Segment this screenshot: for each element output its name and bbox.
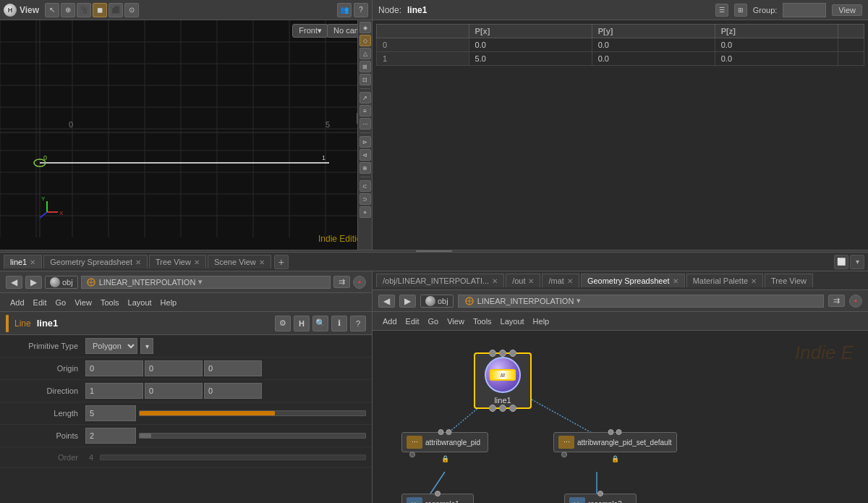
ng-back-arrow[interactable]: ◀	[378, 295, 395, 308]
close-tab-4[interactable]: ✕	[751, 277, 757, 285]
side-tool-12[interactable]: ⊂	[359, 180, 371, 192]
ng-forward-arrow[interactable]: ▶	[399, 295, 416, 308]
render-icon[interactable]: ◼	[93, 3, 107, 17]
side-tool-7[interactable]: ≡	[359, 105, 371, 117]
length-input[interactable]	[85, 405, 136, 421]
origin-x-input[interactable]	[85, 360, 143, 376]
menu-layout[interactable]: Layout	[124, 297, 156, 308]
tab-close-scene[interactable]: ✕	[259, 258, 265, 266]
side-tool-14[interactable]: ⋄	[359, 206, 371, 218]
ng-menu-help[interactable]: Help	[529, 316, 554, 327]
tab-close-line1[interactable]: ✕	[30, 258, 35, 266]
node-h-icon[interactable]: H	[294, 316, 310, 331]
ss-icon-2[interactable]: ⊞	[734, 4, 747, 17]
side-tool-1[interactable]: ◈	[359, 22, 371, 33]
node-help2-icon[interactable]: ?	[350, 316, 366, 331]
close-tab-2[interactable]: ✕	[567, 277, 573, 285]
people-icon[interactable]: 👥	[337, 3, 352, 17]
table-row: 1 5.0 0.0 0.0	[377, 52, 864, 66]
node-attribwrangle-pid-set-default[interactable]: ⋯ attribwrangle_pid_set_default 🔒	[553, 432, 677, 452]
points-input[interactable]	[85, 428, 136, 444]
prop-label-direction: Direction	[6, 386, 85, 395]
close-tab-0[interactable]: ✕	[492, 277, 498, 285]
tab-geom-spreadsheet[interactable]: Geometry Spreadsheet ✕	[43, 255, 148, 269]
ss-icon-1[interactable]: ☰	[715, 4, 728, 17]
side-tool-8[interactable]: ⋯	[359, 118, 371, 130]
tab-close-geom[interactable]: ✕	[135, 258, 141, 266]
forward-arrow[interactable]: ▶	[25, 276, 42, 289]
side-tool-13[interactable]: ⊃	[359, 193, 371, 205]
ng-record-btn[interactable]: ●	[849, 295, 862, 308]
cell-py-1: 0.0	[592, 52, 715, 66]
ng-menu-add[interactable]: Add	[378, 316, 401, 327]
ng-menu-edit[interactable]: Edit	[401, 316, 424, 327]
help-icon[interactable]: ?	[354, 3, 368, 17]
node-line1[interactable]: /// line1	[474, 352, 532, 409]
transform-icon[interactable]: ⊕	[61, 3, 75, 17]
origin-z-input[interactable]	[204, 360, 262, 376]
side-tool-2[interactable]: ◇	[359, 35, 371, 46]
camera-icon[interactable]: 🎥	[77, 3, 91, 17]
front-button[interactable]: Front▾	[292, 24, 328, 38]
maximize-btn[interactable]: ⬜	[834, 255, 848, 269]
side-tool-9[interactable]: ⊳	[359, 136, 371, 148]
side-tool-5[interactable]: ⊡	[359, 74, 371, 85]
node-resample2[interactable]: ≈≈ resample2	[564, 494, 637, 503]
tab-scene-view[interactable]: Scene View ✕	[208, 255, 271, 269]
node-gear-icon[interactable]: ⚙	[275, 316, 291, 331]
side-tool-4[interactable]: ⊞	[359, 61, 371, 72]
tab-material-palette[interactable]: Material Palette ✕	[686, 274, 763, 287]
tab-line1[interactable]: line1 ✕	[4, 255, 42, 269]
close-tab-3[interactable]: ✕	[673, 277, 678, 285]
ng-menu-layout[interactable]: Layout	[496, 316, 529, 327]
ng-menu-tools[interactable]: Tools	[469, 316, 496, 327]
node-search-icon[interactable]: 🔍	[312, 316, 328, 331]
node-attribwrangle-pid[interactable]: ⋯ attribwrangle_pid 🔒	[401, 432, 488, 452]
close-tab-1[interactable]: ✕	[528, 277, 534, 285]
origin-y-input[interactable]	[145, 360, 203, 376]
menu-tools[interactable]: Tools	[96, 297, 124, 308]
tab-obj-path[interactable]: /obj/LINEAR_INTERPOLATI... ✕	[376, 274, 504, 287]
tab-mat[interactable]: /mat ✕	[542, 274, 579, 287]
menu-help[interactable]: Help	[156, 297, 182, 308]
tab-out[interactable]: /out ✕	[506, 274, 540, 287]
camera2-icon[interactable]: ⬛	[109, 3, 123, 17]
prop-label-points: Points	[6, 431, 85, 440]
ng-path[interactable]: LINEAR_INTERPOLATION ▾	[458, 295, 824, 308]
view-button[interactable]: View	[832, 4, 862, 16]
nodegraph-canvas[interactable]: Indie E	[373, 331, 868, 503]
tab-geometry-spreadsheet[interactable]: Geometry Spreadsheet ✕	[581, 274, 685, 287]
node-resample1[interactable]: ≈≈ resample1	[401, 494, 474, 503]
node-info-icon[interactable]: ℹ	[331, 316, 347, 331]
tab-close-tree[interactable]: ✕	[194, 258, 200, 266]
back-arrow[interactable]: ◀	[6, 276, 22, 289]
ng-pin-btn[interactable]: ⇉	[828, 295, 845, 307]
record-btn[interactable]: ●	[353, 276, 366, 289]
add-tab-btn[interactable]: +	[274, 255, 289, 269]
direction-x-input[interactable]	[85, 383, 143, 399]
direction-z-input[interactable]	[204, 383, 262, 399]
menu-edit[interactable]: Edit	[29, 297, 51, 308]
menu-view[interactable]: View	[70, 297, 96, 308]
menu-add[interactable]: Add	[6, 297, 29, 308]
side-tool-6[interactable]: ↗	[359, 92, 371, 103]
direction-y-input[interactable]	[145, 383, 203, 399]
svg-text:Y: Y	[41, 195, 46, 202]
group-input[interactable]	[783, 3, 826, 17]
stop-icon[interactable]: ⊙	[124, 3, 139, 17]
side-tool-3[interactable]: △	[359, 48, 371, 59]
side-tool-11[interactable]: ⊕	[359, 162, 371, 174]
primitive-type-select[interactable]: Polygon	[85, 338, 137, 354]
side-tool-10[interactable]: ⊲	[359, 149, 371, 161]
tab-tree-view[interactable]: Tree View ✕	[149, 255, 206, 269]
tab-tree-view-top[interactable]: Tree View	[765, 274, 813, 287]
primitive-type-arrow[interactable]: ▾	[140, 338, 153, 354]
ng-menu-go[interactable]: Go	[424, 316, 443, 327]
menu-go[interactable]: Go	[51, 297, 71, 308]
ng-menu-view[interactable]: View	[443, 316, 469, 327]
tab-bar-top: line1 ✕ Geometry Spreadsheet ✕ Tree View…	[0, 253, 868, 271]
panel-options-btn[interactable]: ▾	[850, 255, 864, 269]
path-display[interactable]: LINEAR_INTERPOLATION ▾	[81, 276, 331, 289]
pin-btn[interactable]: ⇉	[333, 276, 350, 288]
select-icon[interactable]: ↖	[45, 3, 59, 17]
